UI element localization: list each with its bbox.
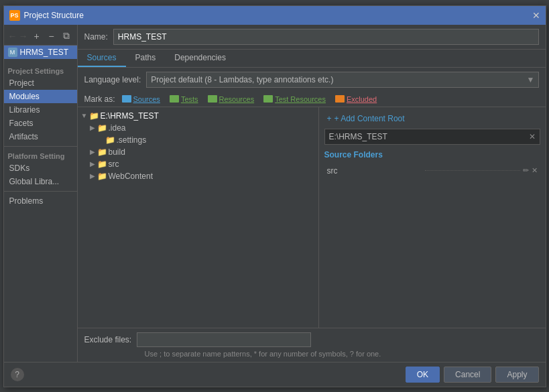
content-area: Name: Sources Paths Dependencies Languag…	[78, 25, 546, 362]
lang-level-row: Language level: Project default (8 - Lam…	[78, 68, 546, 92]
tree-item-settings[interactable]: ▶ 📁 .settings	[78, 134, 318, 146]
exclude-hint: Use ; to separate name patterns, * for a…	[84, 350, 539, 358]
main-area: ▼ 📁 E:\HRMS_TEST ▶ 📁 .idea ▶ 📁 .set	[78, 107, 546, 328]
source-folder-item: src ✏ ✕	[324, 165, 540, 177]
tree-item-idea[interactable]: ▶ 📁 .idea	[78, 122, 318, 134]
help-button[interactable]: ?	[11, 368, 24, 381]
idea-folder-icon: 📁	[98, 124, 107, 131]
exclude-row: Exclude files:	[84, 332, 539, 347]
webcontent-folder-icon: 📁	[98, 172, 107, 180]
sidebar-item-libraries[interactable]: Libraries	[4, 103, 77, 117]
bottom-area: Exclude files: Use ; to separate name pa…	[78, 328, 546, 362]
mark-as-excluded-button[interactable]: Excluded	[332, 94, 379, 104]
lang-select-wrapper: Project default (8 - Lambdas, type annot…	[146, 72, 538, 88]
add-icon: +	[327, 114, 332, 123]
sidebar-item-artifacts[interactable]: Artifacts	[4, 130, 77, 143]
dialog-icon: PS	[9, 10, 20, 21]
build-toggle-icon: ▶	[88, 148, 97, 156]
project-settings-header: Project Settings	[4, 64, 77, 76]
dialog-footer: ? OK Cancel Apply	[4, 362, 546, 387]
sources-folder-icon	[122, 95, 131, 103]
cancel-button[interactable]: Cancel	[444, 367, 491, 383]
source-folders-header: Source Folders	[324, 149, 540, 161]
sidebar-item-project[interactable]: Project	[4, 76, 77, 90]
file-tree: ▼ 📁 E:\HRMS_TEST ▶ 📁 .idea ▶ 📁 .set	[78, 107, 319, 328]
src-toggle-icon: ▶	[88, 160, 97, 168]
source-folder-name: src	[327, 166, 422, 176]
sidebar-item-facets[interactable]: Facets	[4, 117, 77, 130]
idea-item-label: .idea	[109, 123, 126, 133]
content-root-path: E:\HRMS_TEST	[329, 132, 387, 141]
project-structure-dialog: PS Project Structure ✕ ← → + − ⧉ M HRMS_…	[3, 5, 546, 387]
content-root-box: E:\HRMS_TEST ✕	[324, 129, 540, 145]
root-folder-icon: 📁	[90, 112, 99, 119]
lang-level-select[interactable]: Project default (8 - Lambdas, type annot…	[146, 72, 538, 88]
module-item-label: HRMS_TEST	[20, 48, 69, 57]
tree-root-item[interactable]: ▼ 📁 E:\HRMS_TEST	[78, 110, 318, 122]
excluded-folder-icon	[335, 95, 345, 103]
webcontent-item-label: WebContent	[109, 172, 154, 181]
forward-button[interactable]: →	[19, 31, 28, 42]
tab-sources[interactable]: Sources	[78, 50, 126, 67]
build-item-label: build	[109, 147, 125, 157]
settings-toggle-icon: ▶	[97, 136, 105, 144]
exclude-input[interactable]	[137, 332, 311, 347]
add-module-button[interactable]: +	[31, 30, 43, 42]
back-button[interactable]: ←	[8, 31, 17, 42]
module-icon: M	[8, 48, 17, 57]
tree-item-build[interactable]: ▶ 📁 build	[78, 146, 318, 158]
build-folder-icon: 📁	[98, 148, 107, 155]
module-item-hrms-test[interactable]: M HRMS_TEST	[4, 46, 77, 59]
lang-level-label: Language level:	[84, 75, 141, 84]
idea-toggle-icon: ▶	[88, 124, 97, 132]
exclude-label: Exclude files:	[84, 335, 132, 344]
settings-folder-icon: 📁	[106, 136, 115, 143]
root-toggle-icon: ▼	[80, 112, 88, 120]
tests-folder-icon	[170, 95, 179, 103]
sidebar-item-sdks[interactable]: SDKs	[4, 161, 77, 175]
resources-folder-icon	[208, 95, 217, 103]
src-item-label: src	[109, 159, 119, 169]
mark-as-sources-button[interactable]: Sources	[119, 94, 163, 104]
tab-dependencies[interactable]: Dependencies	[165, 50, 235, 67]
tree-item-webcontent[interactable]: ▶ 📁 WebContent	[78, 170, 318, 182]
sidebar-item-problems[interactable]: Problems	[4, 194, 77, 208]
content-root-close-button[interactable]: ✕	[529, 132, 536, 141]
src-folder-icon: 📁	[98, 160, 107, 168]
right-panel: + + Add Content Root E:\HRMS_TEST ✕ Sour…	[319, 107, 546, 328]
mark-as-test-resources-button[interactable]: Test Resources	[261, 94, 328, 104]
title-bar: PS Project Structure ✕	[4, 6, 546, 25]
sidebar-item-global-libraries[interactable]: Global Libra...	[4, 175, 77, 188]
mark-as-row: Mark as: Sources Tests Resources Test Re…	[78, 92, 546, 107]
sidebar-toolbar: ← → + − ⧉	[4, 27, 77, 46]
settings-item-label: .settings	[117, 135, 147, 145]
source-folder-edit-button[interactable]: ✏	[523, 166, 529, 175]
source-folder-actions: ✏ ✕	[523, 166, 538, 175]
mark-as-tests-button[interactable]: Tests	[167, 94, 201, 104]
source-folder-delete-button[interactable]: ✕	[532, 166, 538, 175]
copy-module-button[interactable]: ⧉	[60, 30, 72, 42]
title-bar-left: PS Project Structure	[9, 10, 84, 21]
webcontent-toggle-icon: ▶	[88, 172, 97, 180]
name-input[interactable]	[113, 29, 539, 45]
nav-arrows: ← →	[8, 31, 28, 42]
tree-item-src[interactable]: ▶ 📁 src	[78, 158, 318, 170]
mark-as-resources-button[interactable]: Resources	[205, 94, 257, 104]
platform-settings-header: Platform Setting	[4, 149, 77, 161]
sidebar: ← → + − ⧉ M HRMS_TEST Project Settings P…	[4, 25, 78, 362]
tab-paths[interactable]: Paths	[126, 50, 166, 67]
add-content-root-button[interactable]: + + Add Content Root	[324, 113, 540, 125]
tabs-row: Sources Paths Dependencies	[78, 50, 546, 68]
dotted-separator	[425, 170, 520, 171]
name-label: Name:	[84, 32, 108, 42]
root-item-label: E:\HRMS_TEST	[101, 111, 159, 121]
close-button[interactable]: ✕	[532, 10, 540, 21]
remove-module-button[interactable]: −	[46, 30, 58, 42]
apply-button[interactable]: Apply	[495, 367, 538, 383]
test-resources-folder-icon	[263, 95, 273, 103]
dialog-title: Project Structure	[24, 11, 84, 20]
ok-button[interactable]: OK	[406, 367, 440, 383]
dialog-body: ← → + − ⧉ M HRMS_TEST Project Settings P…	[4, 25, 546, 362]
sidebar-item-modules[interactable]: Modules	[4, 90, 77, 103]
mark-as-label: Mark as:	[84, 94, 115, 104]
